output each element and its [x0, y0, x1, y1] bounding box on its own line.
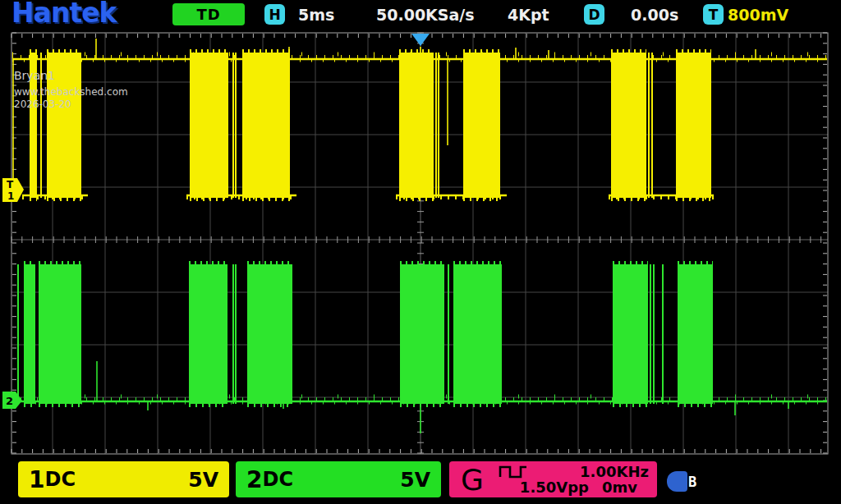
channel1-position-marker[interactable]: T1	[2, 178, 24, 202]
channel2-position-marker[interactable]: 2	[2, 392, 22, 409]
waveform-display: T12	[0, 0, 841, 504]
ch2-trace	[12, 263, 827, 433]
overlay-date: 2026-03-20	[14, 99, 71, 110]
overlay-website: www.thebackshed.com	[14, 86, 128, 98]
ch1-trace	[12, 39, 827, 199]
svg-text:T: T	[7, 179, 14, 190]
svg-text:2: 2	[6, 395, 13, 407]
overlay-username: Bryan1	[14, 69, 55, 82]
oscilloscope-screen: Hantek TD H 5ms 50.00KSa/s 4Kpt D 0.00s …	[0, 0, 841, 504]
svg-text:1: 1	[7, 190, 14, 202]
trigger-position-marker[interactable]	[411, 34, 430, 46]
